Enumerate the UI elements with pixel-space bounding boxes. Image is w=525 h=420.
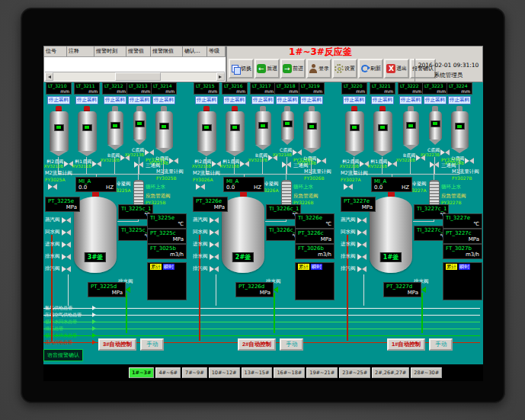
auto-control-button[interactable]: 1#自动控制 <box>387 338 425 351</box>
toolbar-button[interactable]: 前进 <box>280 59 306 79</box>
totalizer-mode-instant[interactable]: 瞬时 <box>459 264 470 270</box>
charge-status-label[interactable]: 停止装料 <box>223 96 246 104</box>
reactor-side-valve[interactable]: 回水阀 <box>341 229 367 236</box>
feed-tank-slot: LT_3211 mm 停止装料 料1底阀 XV3211B <box>73 82 101 169</box>
valve-icon[interactable] <box>62 229 71 236</box>
scrollbar-thumb[interactable] <box>115 72 161 81</box>
toolbar-button[interactable]: 刷新 <box>358 59 383 79</box>
charge-status-label[interactable]: 停止装料 <box>371 96 394 104</box>
reactor-side-valve[interactable]: 排水阀 <box>193 253 219 260</box>
charge-status-label[interactable]: 停止装料 <box>300 96 323 104</box>
charge-status-label[interactable]: 停止装料 <box>195 96 218 104</box>
valve-icon[interactable] <box>210 266 219 272</box>
m2-flow-valve-icon[interactable] <box>196 184 205 190</box>
charge-status-label[interactable]: 停止装料 <box>399 96 422 104</box>
valve-icon[interactable] <box>169 158 178 164</box>
reactor-side-valve[interactable]: 排水阀 <box>45 253 71 260</box>
tank-bottom-valve[interactable]: 料2底阀 XV3210B <box>44 159 73 169</box>
reactor-control-group: 2#自动控制 手动 <box>238 338 303 351</box>
valve-icon[interactable] <box>357 229 367 236</box>
charge-status-label[interactable]: 停止装料 <box>104 96 126 104</box>
totalizer-mode-instant[interactable]: 瞬时 <box>163 264 174 270</box>
scroll-left-icon[interactable] <box>45 72 53 81</box>
toolbar-button[interactable]: 登录 <box>306 59 331 79</box>
reactor-side-valve[interactable]: 蒸汽阀 <box>45 216 71 223</box>
valve-icon[interactable] <box>465 158 474 164</box>
charge-status-label[interactable]: 停止装料 <box>152 96 175 104</box>
totalizer-mode-total[interactable]: 累计 <box>150 264 162 270</box>
voice-alarm-ack-button[interactable]: 语音报警确认 <box>43 349 83 361</box>
valve-icon[interactable] <box>62 266 71 272</box>
valve-name: 料1底阀 <box>75 159 91 164</box>
valve-icon[interactable] <box>317 158 326 164</box>
three-way-valve-icon[interactable] <box>282 162 291 168</box>
tank-bottom-valve[interactable]: 料1底阀 XV3211B <box>72 159 101 169</box>
totalizer-mode-total[interactable]: 累计 <box>298 264 309 270</box>
auto-control-button[interactable]: 3#自动控制 <box>98 338 136 351</box>
reactor-side-valve[interactable]: 回水阀 <box>45 229 71 236</box>
reactor-side-valve[interactable]: 回水阀 <box>193 229 219 236</box>
valve-icon[interactable] <box>62 217 71 223</box>
reactor-side-valve[interactable]: 进水阀 <box>193 241 219 248</box>
reactor-side-valve[interactable]: 排污阀 <box>193 265 219 272</box>
reactor-side-valve[interactable]: 进水阀 <box>45 241 71 248</box>
charge-status-label[interactable]: 停止装料 <box>276 96 299 104</box>
reactor-page-tab[interactable]: 16#~18# <box>274 367 305 378</box>
toolbar-button[interactable]: 后退 <box>254 59 280 79</box>
reactor-page-tab[interactable]: 10#~12# <box>209 367 240 378</box>
feed-tank <box>226 111 245 151</box>
reactor-side-valve[interactable]: 排水阀 <box>341 253 367 260</box>
agitator-tag: MI_A <box>226 178 261 184</box>
valve-icon[interactable] <box>210 229 219 236</box>
three-way-valve-icon[interactable] <box>134 162 143 168</box>
m2-flow-valve-icon[interactable] <box>344 184 353 190</box>
valve-icon[interactable] <box>210 242 219 248</box>
scroll-right-icon[interactable] <box>216 72 225 81</box>
alarm-table-scrollbar[interactable] <box>45 72 225 81</box>
reactor-name-label: 1#釜 <box>380 252 402 262</box>
charge-status-label[interactable]: 停止装料 <box>448 96 471 104</box>
valve-icon[interactable] <box>357 242 367 248</box>
reactor-page-tab[interactable]: 7#~9# <box>182 367 207 378</box>
m2-flow-valve-icon[interactable] <box>48 184 57 190</box>
charge-status-label[interactable]: 停止装料 <box>251 96 274 104</box>
reactor-page-tab[interactable]: 4#~6# <box>155 367 181 378</box>
tank-bottom-valve[interactable]: 料1底阀 XV3221B <box>368 159 397 169</box>
reactor-page-tab[interactable]: 28#~30# <box>411 367 442 378</box>
three-way-valve-icon[interactable] <box>430 162 439 168</box>
valve-icon[interactable] <box>62 242 71 248</box>
manual-mode-button[interactable]: 手动 <box>429 338 453 351</box>
reactor-page-tab[interactable]: 1#~3# <box>129 367 154 378</box>
toolbar-button[interactable]: 退出 <box>384 59 409 79</box>
valve-icon[interactable] <box>357 254 367 260</box>
reactor-side-valve[interactable]: 排污阀 <box>45 265 71 272</box>
valve-icon[interactable] <box>357 217 367 223</box>
tank-bottom-valve[interactable]: 料2底阀 XV3215B <box>192 159 221 169</box>
charge-status-label[interactable]: 停止装料 <box>47 96 70 104</box>
totalizer-mode-instant[interactable]: 瞬时 <box>311 264 322 270</box>
reactor-page-tab[interactable]: 2#,26#,27# <box>372 367 409 378</box>
reactor-page-tab[interactable]: 23#~25# <box>339 367 370 378</box>
reactor-side-valve[interactable]: 排污阀 <box>341 265 367 272</box>
reactor-page-tab[interactable]: 19#~21# <box>306 367 338 378</box>
reactor-side-valve[interactable]: 蒸汽阀 <box>193 216 219 223</box>
reactor-page-tab[interactable]: 13#~15# <box>242 367 273 378</box>
tank-bottom-valve[interactable]: 料1底阀 XV3216B <box>220 159 249 169</box>
tank-bottom-valve[interactable]: 料2底阀 XV3220B <box>340 159 369 169</box>
charge-status-label[interactable]: 停止装料 <box>128 96 151 104</box>
valve-icon[interactable] <box>210 217 219 223</box>
totalizer-mode-total[interactable]: 累计 <box>446 264 457 270</box>
manual-mode-button[interactable]: 手动 <box>140 338 164 351</box>
manual-mode-button[interactable]: 手动 <box>280 338 303 351</box>
auto-control-button[interactable]: 2#自动控制 <box>238 338 276 351</box>
valve-icon[interactable] <box>210 254 219 260</box>
charge-status-label[interactable]: 停止装料 <box>343 96 366 104</box>
reactor-side-valve[interactable]: 进水阀 <box>341 241 367 248</box>
toolbar-button[interactable]: 切换 <box>229 59 254 79</box>
charge-status-label[interactable]: 停止装料 <box>75 96 98 104</box>
valve-icon[interactable] <box>62 254 71 260</box>
valve-icon[interactable] <box>357 266 367 272</box>
reactor-side-valve[interactable]: 蒸汽阀 <box>341 216 367 223</box>
charge-status-label[interactable]: 停止装料 <box>424 96 447 104</box>
toolbar-button[interactable]: 设置 <box>332 59 357 79</box>
